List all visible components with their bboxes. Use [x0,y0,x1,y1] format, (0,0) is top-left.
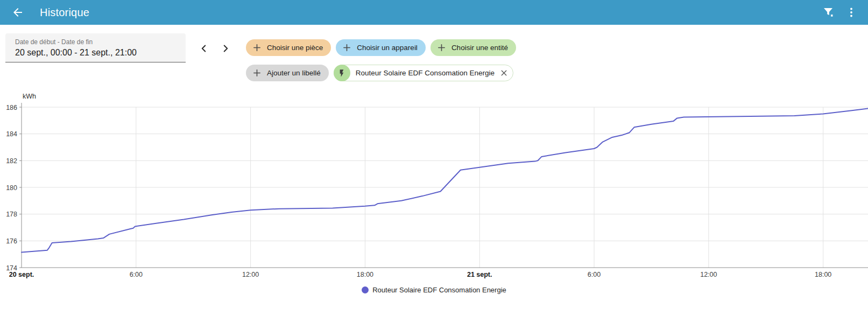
svg-text:20 sept.: 20 sept. [9,271,34,278]
add-entity-filter-chip[interactable]: Choisir une entité [431,39,516,56]
filter-remove-icon [822,6,835,19]
plus-icon [437,43,446,52]
svg-text:kWh: kWh [23,93,36,100]
back-button[interactable] [6,1,29,24]
arrow-left-icon [11,6,24,19]
chip-label: Choisir une entité [451,44,508,52]
filter-chips: Choisir une pièce Choisir un appareil Ch… [246,33,574,81]
entity-chip-label: Routeur Solaire EDF Consomation Energie [356,69,495,77]
previous-period-button[interactable] [193,38,215,59]
svg-text:184: 184 [6,130,17,138]
svg-text:186: 186 [6,104,17,111]
svg-text:12:00: 12:00 [700,271,717,278]
svg-text:180: 180 [6,184,17,192]
clear-filters-button[interactable] [817,1,840,24]
chevron-left-icon [198,43,210,54]
entity-avatar [334,65,350,81]
selected-entity-chip[interactable]: Routeur Solaire EDF Consomation Energie [334,65,513,81]
add-label-filter-chip[interactable]: Ajouter un libellé [246,65,329,81]
chip-label: Choisir un appareil [357,44,418,52]
add-area-filter-chip[interactable]: Choisir une pièce [246,39,331,56]
legend-item[interactable]: Routeur Solaire EDF Consomation Energie [362,286,506,294]
svg-text:12:00: 12:00 [242,271,259,278]
svg-text:6:00: 6:00 [588,271,601,278]
date-range-value: 20 sept., 00:00 - 21 sept., 21:00 [15,48,177,58]
chart-legend: Routeur Solaire EDF Consomation Energie [0,286,868,294]
chip-label: Choisir une pièce [267,44,323,52]
svg-text:176: 176 [6,237,17,245]
plus-icon [252,68,262,78]
overflow-menu-button[interactable] [840,1,863,24]
date-nav [193,38,236,59]
svg-text:21 sept.: 21 sept. [467,271,492,278]
app-header: Historique [0,0,868,25]
svg-text:18:00: 18:00 [815,271,831,278]
history-chart-canvas[interactable]: 174176178180182184186kWh20 sept.6:0012:0… [0,90,868,282]
plus-icon [252,43,262,52]
chevron-right-icon [220,43,231,54]
chip-label: Ajouter un libellé [267,69,321,77]
dots-vertical-icon [845,6,858,19]
svg-text:182: 182 [6,157,17,165]
page-title: Historique [40,6,89,19]
close-icon[interactable] [500,69,508,77]
legend-label: Routeur Solaire EDF Consomation Energie [372,286,506,294]
plus-icon [342,43,351,52]
svg-text:6:00: 6:00 [130,271,143,278]
date-range-field[interactable]: Date de début - Date de fin 20 sept., 00… [5,33,186,62]
toolbar: Date de début - Date de fin 20 sept., 00… [0,25,868,81]
history-chart[interactable]: 174176178180182184186kWh20 sept.6:0012:0… [0,90,868,282]
flash-icon [337,69,346,78]
svg-text:178: 178 [6,211,17,218]
legend-marker [362,286,369,293]
date-range-label: Date de début - Date de fin [15,38,177,46]
next-period-button[interactable] [215,38,236,59]
add-device-filter-chip[interactable]: Choisir un appareil [336,39,426,56]
svg-text:18:00: 18:00 [357,271,373,278]
